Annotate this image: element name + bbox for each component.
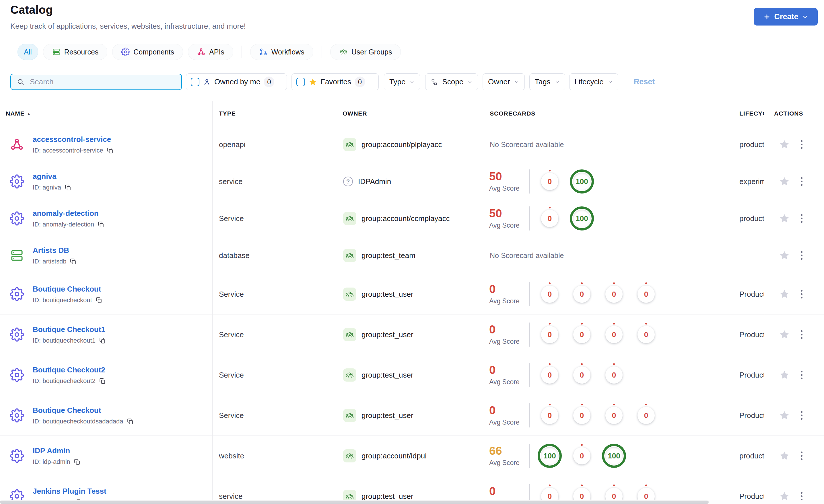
column-header-name[interactable]: NAME ▲ [0,110,212,117]
entity-name-link[interactable]: Artists DB [33,246,69,255]
favorite-star-icon[interactable] [779,289,790,299]
entity-type: database [219,251,249,260]
entity-name-link[interactable]: agniva [33,172,56,181]
owned-by-me-filter[interactable]: Owned by me 0 [186,74,287,90]
horizontal-scrollbar [0,500,824,504]
tab-user-groups-label: User Groups [351,48,392,56]
table-row: accesscontrol-service ID: accesscontrol-… [0,126,824,163]
tab-apis[interactable]: APIs [188,44,233,60]
entity-name-link[interactable]: anomaly-detection [33,209,99,218]
copy-icon[interactable] [107,147,114,154]
scorecard-check-circle: 0 [538,323,562,347]
owner-dropdown-label: Owner [488,78,510,86]
group-icon [343,138,356,151]
tab-resources[interactable]: Resources [43,44,108,60]
entity-name-link[interactable]: Boutique Checkout [33,406,101,415]
entity-name-link[interactable]: Boutique Checkout [33,285,101,293]
scorecard-separator [529,169,530,194]
owner-name: group:account/plplayacc [362,140,442,149]
entity-name-link[interactable]: IDP Admin [33,447,70,455]
kebab-menu-icon[interactable] [800,289,804,299]
favorites-count: 0 [354,77,365,87]
favorites-filter[interactable]: Favorites 0 [292,74,379,90]
user-groups-icon [339,47,348,56]
favorite-star-icon[interactable] [779,370,790,380]
avg-score-value: 0 [489,364,525,376]
favorites-checkbox[interactable] [296,78,305,86]
tags-dropdown[interactable]: Tags [529,74,565,90]
scorecard-check-circle: 0 [538,207,562,231]
copy-icon[interactable] [98,221,104,228]
favorite-star-icon[interactable] [779,139,790,150]
type-dropdown-label: Type [389,78,405,86]
scorecard-check-circle: 0 [634,323,658,347]
api-entity-icon [10,137,24,152]
favorite-star-icon[interactable] [779,410,790,421]
column-header-lifecycle: LIFECYCLE [734,110,764,117]
entity-name-link[interactable]: Jenkins Plugin Tesst [33,487,106,496]
lifecycle-value: production [739,452,764,461]
entity-id: ID: artistsdb [33,258,66,265]
hierarchy-icon [431,78,439,86]
scorecard-separator [529,282,530,306]
service-gear-icon [10,408,24,422]
owned-by-me-checkbox[interactable] [191,78,199,86]
scorecard-check-circle: 0 [538,169,562,194]
owner-name: group:test_user [362,411,413,420]
no-scorecard-text: No Scorecard available [490,140,564,149]
tab-all[interactable]: All [17,44,38,60]
entity-name-link[interactable]: Boutique Checkout2 [33,366,105,374]
kebab-menu-icon[interactable] [800,370,804,380]
scorecard-separator [529,207,530,231]
avg-score-label: Avg Score [489,459,525,467]
favorite-star-icon[interactable] [779,250,790,261]
copy-icon[interactable] [65,184,72,191]
entity-name-link[interactable]: Boutique Checkout1 [33,325,105,334]
create-button[interactable]: Create [754,8,818,25]
lifecycle-value: Production [739,290,764,299]
workflows-icon [259,47,268,56]
scorecard-check-circle: 100 [570,169,594,194]
scorecard-check-circle: 0 [634,403,658,427]
copy-icon[interactable] [70,258,77,265]
entity-id: ID: accesscontrol-service [33,147,103,154]
owner-name: group:test_team [362,251,415,260]
sort-ascending-icon: ▲ [27,112,31,116]
kebab-menu-icon[interactable] [800,451,804,461]
favorite-star-icon[interactable] [779,451,790,461]
entity-id: ID: agniva [33,184,61,191]
scope-dropdown[interactable]: Scope [425,74,478,90]
kebab-menu-icon[interactable] [800,213,804,224]
reset-filters-button[interactable]: Reset [634,78,655,86]
copy-icon[interactable] [74,459,81,465]
create-button-label: Create [774,12,798,21]
tab-components[interactable]: Components [112,44,183,60]
tab-user-groups[interactable]: User Groups [330,44,401,60]
search-input[interactable] [29,77,179,87]
scrollbar-thumb[interactable] [0,501,709,504]
avg-score-value: 0 [489,404,525,416]
kebab-menu-icon[interactable] [800,410,804,421]
copy-icon[interactable] [99,378,106,384]
entity-type: website [219,452,244,461]
favorite-star-icon[interactable] [779,329,790,340]
tab-workflows[interactable]: Workflows [250,44,313,60]
owner-dropdown[interactable]: Owner [483,74,525,90]
favorite-star-icon[interactable] [779,176,790,187]
copy-icon[interactable] [96,297,102,303]
kebab-menu-icon[interactable] [800,176,804,187]
kebab-menu-icon[interactable] [800,139,804,150]
copy-icon[interactable] [127,418,134,425]
entity-name-link[interactable]: accesscontrol-service [33,135,111,144]
copy-icon[interactable] [99,337,106,344]
lifecycle-value: production [739,140,764,149]
search-icon [17,78,25,86]
kebab-menu-icon[interactable] [800,329,804,340]
favorite-star-icon[interactable] [779,213,790,224]
entity-id: ID: boutiquecheckout2 [33,377,96,385]
kebab-menu-icon[interactable] [800,250,804,261]
type-dropdown[interactable]: Type [384,74,420,90]
lifecycle-dropdown[interactable]: Lifecycle [569,74,618,90]
filter-bar: Owned by me 0 Favorites 0 Type Scope Own… [10,74,655,90]
scorecard-circles: 0000 [538,282,658,306]
